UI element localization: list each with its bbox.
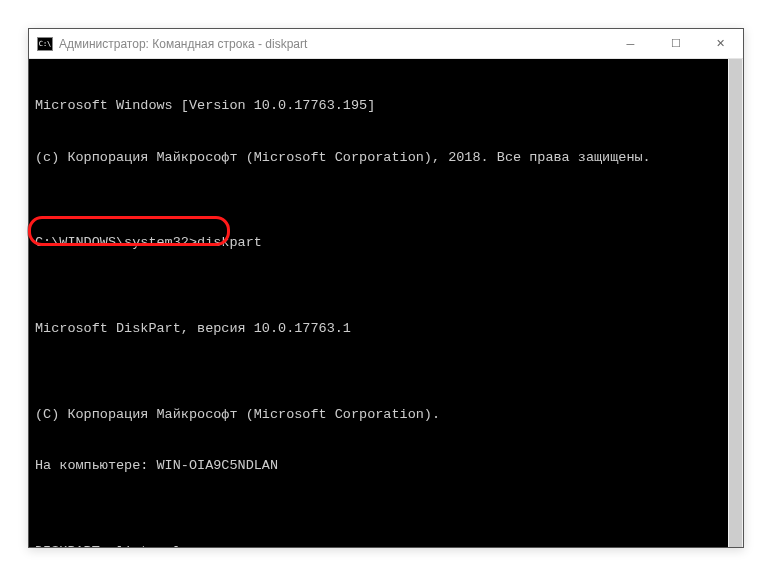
console-line: C:\WINDOWS\system32>diskpart xyxy=(35,234,722,251)
close-icon: ✕ xyxy=(716,37,725,50)
console-output[interactable]: Microsoft Windows [Version 10.0.17763.19… xyxy=(29,59,728,547)
console-line: (с) Корпорация Майкрософт (Microsoft Cor… xyxy=(35,149,722,166)
console-line: На компьютере: WIN-OIA9C5NDLAN xyxy=(35,457,722,474)
console-line: Microsoft DiskPart, версия 10.0.17763.1 xyxy=(35,320,722,337)
minimize-icon: ─ xyxy=(627,38,635,50)
window-title: Администратор: Командная строка - diskpa… xyxy=(59,37,608,51)
console-line: Microsoft Windows [Version 10.0.17763.19… xyxy=(35,97,722,114)
command-prompt-window: C:\ Администратор: Командная строка - di… xyxy=(28,28,744,548)
console-body: Microsoft Windows [Version 10.0.17763.19… xyxy=(29,59,743,547)
scrollbar-thumb[interactable] xyxy=(729,59,742,547)
titlebar[interactable]: C:\ Администратор: Командная строка - di… xyxy=(29,29,743,59)
console-line: DISKPART> list volume xyxy=(35,543,722,547)
console-line: (С) Корпорация Майкрософт (Microsoft Cor… xyxy=(35,406,722,423)
minimize-button[interactable]: ─ xyxy=(608,29,653,58)
window-controls: ─ ☐ ✕ xyxy=(608,29,743,58)
vertical-scrollbar[interactable] xyxy=(728,59,743,547)
app-icon: C:\ xyxy=(37,37,53,51)
maximize-icon: ☐ xyxy=(671,37,681,50)
close-button[interactable]: ✕ xyxy=(698,29,743,58)
maximize-button[interactable]: ☐ xyxy=(653,29,698,58)
